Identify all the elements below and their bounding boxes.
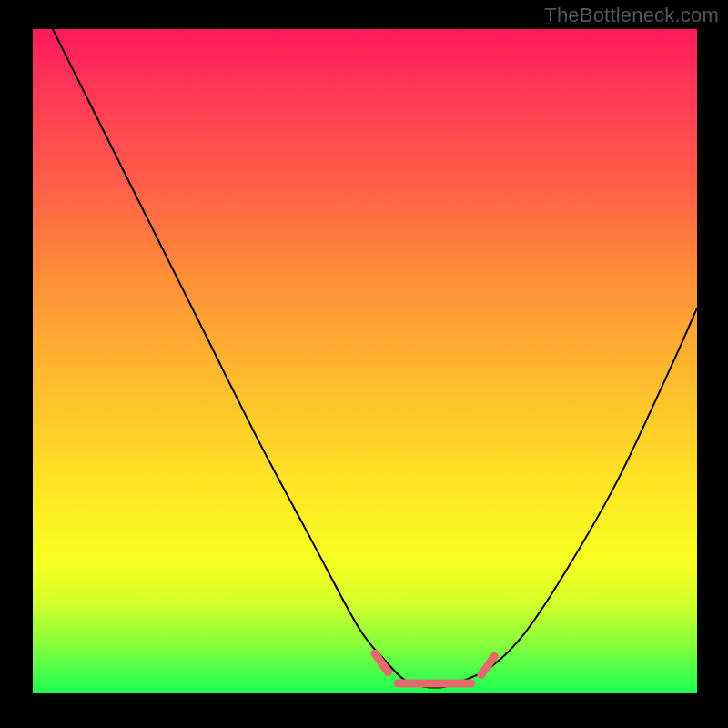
plot-svg <box>33 29 697 693</box>
plot-area <box>33 29 697 693</box>
curve-line <box>53 29 697 688</box>
highlight-dash <box>375 653 389 672</box>
watermark-text: TheBottleneck.com <box>544 4 719 27</box>
chart-frame: TheBottleneck.com <box>0 0 728 728</box>
highlight-dash <box>481 656 495 674</box>
